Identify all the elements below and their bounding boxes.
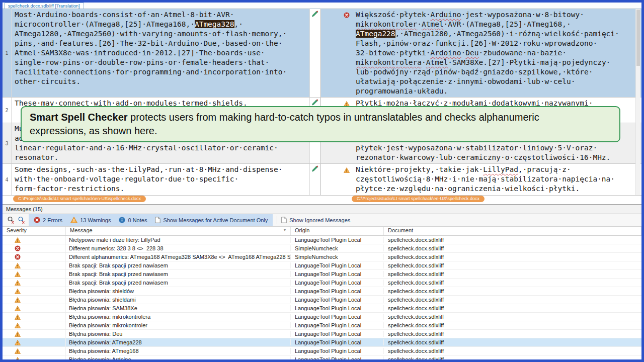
draft-pencil-icon (311, 99, 319, 106)
column-header-label: Origin (295, 227, 309, 233)
warning-icon (15, 357, 21, 362)
column-header-message[interactable]: Message▼ (66, 227, 291, 235)
message-row[interactable]: Błędna pisownia: mikrokontrolerLanguageT… (3, 321, 641, 330)
message-cell: Błędna pisownia: mikrokontroler (66, 322, 291, 328)
document-cell: spellcheck.docx.sdlxliff (384, 331, 641, 337)
document-cell: spellcheck.docx.sdlxliff (384, 288, 641, 294)
origin-cell: SimpleNumcheck (291, 254, 384, 260)
severity-cell (3, 253, 66, 261)
messages-toolbar: 2 Errors 13 Warnings 0 Notes Show Messag… (3, 213, 641, 227)
warnings-filter-label: 13 Warnings (80, 217, 111, 223)
text-run: ,·​ATmega1280,·​ATmega2560)·​with·​varyi… (15, 20, 287, 85)
origin-cell: LanguageTool Plugin Local (291, 305, 384, 311)
message-row[interactable]: Błędna pisownia: DeuLanguageTool Plugin … (3, 330, 641, 338)
origin-cell: SimpleNumcheck (291, 245, 384, 251)
active-document-filter-label: Show Messages for Active Document Only (163, 217, 268, 223)
message-row[interactable]: Brak spacji: Brak spacji przed nawiasemL… (3, 270, 641, 279)
messages-list: Nietypowe małe i duże litery: LillyPadLa… (3, 236, 641, 362)
notes-filter-button[interactable]: 0 Notes (119, 217, 147, 223)
document-cell: spellcheck.docx.sdlxliff (384, 305, 641, 311)
message-row[interactable]: Brak spacji: Brak spacji przed nawiasemL… (3, 279, 641, 287)
message-row[interactable]: Błędna pisownia: ArdoinoLanguageTool Plu… (3, 355, 641, 362)
segment-number: 2 (3, 98, 12, 123)
column-header-origin[interactable]: Origin (291, 227, 384, 235)
origin-cell: LanguageTool Plugin Local (291, 271, 384, 277)
text-run: ·​jest·​wyposażona·​w·​8‑bitowy·​ (461, 11, 584, 19)
warning-icon (15, 314, 21, 320)
toolbar-separator (277, 216, 277, 224)
message-cell: Błędna pisownia: mikrokontrolera (66, 314, 291, 320)
scrollbar-thumb[interactable] (636, 10, 640, 66)
errors-filter-button[interactable]: 2 Errors (34, 217, 62, 223)
show-ignored-messages-button[interactable]: Show Ignored Messages (281, 217, 350, 223)
document-cell: spellcheck.docx.sdlxliff (384, 297, 641, 303)
target-cell[interactable]: Niektóre·​projekty,·​takie·​jak·​LillyPa… (353, 164, 641, 195)
warnings-filter-button[interactable]: 13 Warnings (70, 217, 111, 223)
origin-cell: LanguageTool Plugin Local (291, 237, 384, 243)
active-document-filter-button[interactable]: Show Messages for Active Document Only (155, 217, 268, 223)
source-cell[interactable]: Some·​designs,·​such·​as·​the·​LilyPad,·… (12, 164, 309, 195)
column-header-label: Severity (7, 227, 27, 233)
annotation-callout: Smart Spell Checker protects users from … (21, 106, 620, 142)
message-row[interactable]: Błędna pisownia: ATmega228LanguageTool P… (3, 338, 641, 347)
origin-cell: LanguageTool Plugin Local (291, 356, 384, 362)
message-row[interactable]: Błędna pisownia: SAM38XeLanguageTool Plu… (3, 304, 641, 313)
show-ignored-messages-label: Show Ignored Messages (289, 217, 350, 223)
editor-vertical-scrollbar[interactable] (635, 9, 640, 195)
target-cell[interactable]: Większość·​płytek·​Arduino·​jest·​wyposa… (353, 9, 641, 97)
message-row[interactable]: Nietypowe małe i duże litery: LillyPadLa… (3, 236, 641, 244)
message-cell: Brak spacji: Brak spacji przed nawiasem (66, 262, 291, 268)
column-header-document[interactable]: Document (384, 227, 641, 235)
error-icon (15, 254, 21, 260)
message-row[interactable]: Brak spacji: Brak spacji przed nawiasemL… (3, 261, 641, 270)
message-row[interactable]: Błędna pisownia: shieldówLanguageTool Pl… (3, 287, 641, 296)
document-cell: spellcheck.docx.sdlxliff (384, 280, 641, 286)
segment-grid: 1Most·​Arduino·​boards·​consist·​of·​an·… (3, 9, 641, 196)
misspelled-term: Ardoino (430, 49, 461, 57)
text-run: ·​ (417, 20, 422, 28)
segment-number: 4 (3, 164, 12, 195)
document-cell: spellcheck.docx.sdlxliff (384, 322, 641, 328)
segment-row: 1Most·​Arduino·​boards·​consist·​of·​an·… (3, 9, 641, 98)
message-row[interactable]: Błędna pisownia: ATmeg168LanguageTool Pl… (3, 347, 641, 355)
target-severity-column (341, 9, 353, 97)
warning-icon (15, 237, 21, 243)
severity-cell (3, 236, 66, 244)
text-run: ·​ (422, 58, 426, 66)
document-cell: spellcheck.docx.sdlxliff (384, 271, 641, 277)
severity-cell (3, 270, 66, 278)
target-text: Większość·​płytek·​Arduino·​jest·​wyposa… (356, 10, 619, 96)
document-cell: spellcheck.docx.sdlxliff (384, 262, 641, 268)
text-run: ·​zbudowane·​na·​bazie·​ (478, 49, 567, 57)
severity-cell (3, 261, 66, 269)
document-path-row: C:\Projects\studio\Lt smart spellchack\e… (3, 196, 641, 203)
message-cell: Nietypowe małe i duże litery: LillyPad (66, 237, 291, 243)
find-next-message-icon[interactable] (16, 215, 27, 225)
message-row[interactable]: Błędna pisownia: mikrokontroleraLanguage… (3, 313, 641, 321)
message-row[interactable]: Different numerics: 328 3 8 <> 228 38Sim… (3, 244, 641, 253)
column-header-severity[interactable]: Severity (3, 227, 66, 235)
warning-icon (15, 272, 21, 277)
app-window: { "window": { "tab_title": "spellcheck.d… (0, 0, 644, 362)
target-text: Niektóre·​projekty,·​takie·​jak·​LillyPa… (356, 165, 619, 194)
column-header-label: Message (70, 227, 93, 233)
highlighted-term: ATmega328 (195, 20, 234, 28)
severity-cell (3, 347, 66, 355)
message-row[interactable]: Different alphanumerics: ATmega168 ATmeg… (3, 253, 641, 261)
message-row[interactable]: Błędna pisownia: shieldamiLanguageTool P… (3, 296, 641, 304)
message-cell: Błędna pisownia: shieldów (66, 288, 291, 294)
sort-indicator-icon: ▼ (283, 228, 287, 232)
origin-cell: LanguageTool Plugin Local (291, 331, 384, 337)
severity-cell (3, 338, 66, 346)
error-icon (344, 12, 350, 18)
misspelled-term: Arduino (430, 11, 461, 19)
source-cell[interactable]: Most·​Arduino·​boards·​consist·​of·​an·​… (12, 9, 309, 97)
origin-cell: LanguageTool Plugin Local (291, 297, 384, 303)
severity-cell (3, 355, 66, 362)
document-icon (155, 217, 160, 223)
find-message-icon[interactable] (6, 215, 16, 225)
source-text: Most·​Arduino·​boards·​consist·​of·​an·​… (15, 10, 287, 86)
column-header-label: Document (388, 227, 413, 233)
callout-bold-text: Smart Spell Checker (30, 112, 128, 123)
document-tab[interactable]: spellcheck.docx.sdlxliff [Translation] (4, 3, 84, 9)
